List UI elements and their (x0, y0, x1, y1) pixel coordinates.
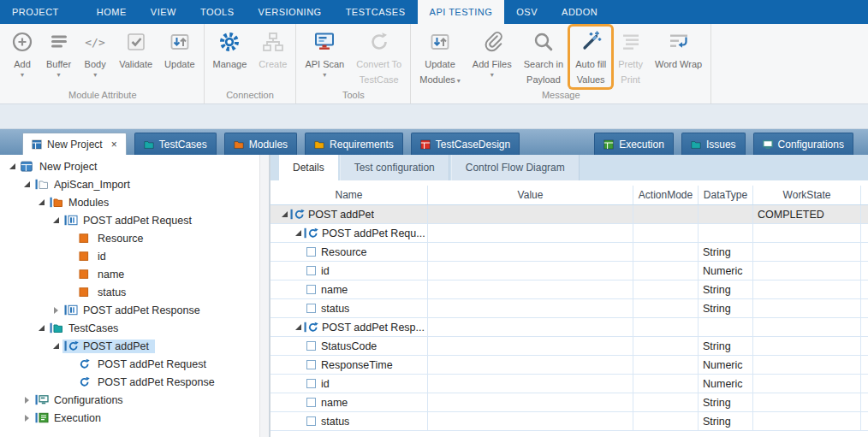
tree-item-new-project[interactable]: New Project (0, 157, 259, 175)
value-cell[interactable] (428, 243, 633, 261)
api-scan-button[interactable]: API Scan▾ (300, 27, 349, 79)
add-button[interactable]: Add▾ (5, 27, 39, 79)
details-tab-test-configuration[interactable]: Test configuration (340, 155, 449, 180)
datatype-cell[interactable]: String (699, 243, 753, 261)
expand-expander-icon[interactable] (21, 394, 33, 405)
menu-tab-project[interactable]: PROJECT (0, 0, 71, 24)
value-cell[interactable] (428, 356, 633, 374)
add-files-button[interactable]: Add Files▾ (467, 27, 517, 79)
body-button[interactable]: </>Body▾ (78, 27, 112, 79)
document-tab-issues[interactable]: Issues (681, 133, 746, 155)
datatype-cell[interactable]: String (699, 281, 753, 298)
table-row-resource[interactable]: ResourceString (271, 243, 868, 262)
value-cell[interactable] (428, 337, 633, 355)
create-button[interactable]: Create (253, 27, 292, 72)
tree-item-configurations[interactable]: Configurations (0, 391, 259, 409)
column-header-actionmode[interactable]: ActionMode (633, 186, 699, 204)
row-checkbox[interactable] (306, 304, 316, 313)
manage-button[interactable]: Manage (208, 27, 253, 72)
search-in-payload-button[interactable]: Search in Payload (519, 27, 568, 87)
datatype-cell[interactable]: String (699, 337, 753, 355)
document-tab-modules[interactable]: Modules (224, 133, 297, 155)
tree-item-content[interactable]: New Project (19, 160, 103, 174)
value-cell[interactable] (428, 281, 633, 298)
actionmode-cell[interactable] (633, 281, 699, 298)
value-cell[interactable] (428, 205, 633, 223)
tree-item-status[interactable]: status (0, 283, 259, 301)
collapse-expander-icon[interactable] (279, 209, 290, 220)
value-cell[interactable] (428, 375, 633, 393)
row-checkbox[interactable] (306, 247, 316, 257)
actionmode-cell[interactable] (633, 318, 699, 336)
close-tab-icon[interactable]: × (111, 139, 117, 150)
tree-item-content[interactable]: Execution (33, 411, 107, 425)
menu-tab-home[interactable]: HOME (85, 0, 139, 24)
actionmode-cell[interactable] (633, 356, 699, 374)
actionmode-cell[interactable] (633, 393, 699, 411)
row-checkbox[interactable] (306, 360, 316, 369)
row-checkbox[interactable] (306, 379, 316, 388)
actionmode-cell[interactable] (633, 243, 699, 261)
tree-item-content[interactable]: POST addPet Request (62, 214, 198, 227)
tree-item-id[interactable]: id (0, 247, 259, 265)
tree-item-content[interactable]: ApiScan_Import (33, 178, 136, 192)
datatype-cell[interactable]: Numeric (699, 375, 753, 393)
actionmode-cell[interactable] (633, 375, 699, 393)
menu-tab-osv[interactable]: OSV (504, 0, 550, 24)
pretty-print-button[interactable]: Pretty Print (613, 27, 648, 87)
tree-item-post-addpet-response[interactable]: POST addPet Response (0, 373, 259, 391)
tree-item-post-addpet-request[interactable]: POST addPet Request (0, 211, 259, 229)
table-row-name[interactable]: nameString (271, 393, 868, 412)
tree-scrollbar[interactable] (259, 155, 269, 437)
collapse-expander-icon[interactable] (293, 227, 304, 239)
tree-item-post-addpet[interactable]: POST addPet (0, 337, 259, 355)
tree-item-content[interactable]: name (77, 268, 130, 281)
tree-item-name[interactable]: name (0, 265, 259, 283)
document-tab-requirements[interactable]: Requirements (305, 133, 403, 155)
datatype-cell[interactable] (699, 318, 753, 336)
column-header-name[interactable]: Name (271, 186, 428, 204)
collapse-expander-icon[interactable] (36, 197, 47, 208)
tree-item-post-addpet-request[interactable]: POST addPet Request (0, 355, 259, 373)
collapse-expander-icon[interactable] (51, 340, 62, 351)
convert-to-testcase-button[interactable]: Convert To TestCase (351, 27, 407, 87)
table-row-status[interactable]: statusString (271, 299, 868, 318)
tree-item-content[interactable]: POST addPet Response (62, 304, 206, 317)
tree-item-content[interactable]: Modules (48, 196, 115, 210)
menu-tab-tools[interactable]: TOOLS (188, 0, 247, 24)
table-row-post-addpet-requ[interactable]: POST addPet Requ... (271, 224, 868, 243)
actionmode-cell[interactable] (633, 299, 699, 317)
tree-item-content[interactable]: POST addPet (62, 340, 155, 353)
collapse-expander-icon[interactable] (51, 215, 62, 226)
row-checkbox[interactable] (306, 285, 316, 294)
tree-item-modules[interactable]: Modules (0, 193, 259, 211)
value-cell[interactable] (428, 224, 633, 242)
tree-item-content[interactable]: Resource (77, 232, 150, 245)
value-cell[interactable] (428, 299, 633, 317)
document-tab-new-project[interactable]: New Project× (22, 133, 127, 155)
row-checkbox[interactable] (306, 266, 316, 275)
word-wrap-button[interactable]: Word Wrap (650, 27, 707, 72)
datatype-cell[interactable]: String (699, 412, 753, 430)
table-row-id[interactable]: idNumeric (271, 375, 868, 393)
tree-item-content[interactable]: POST addPet Response (77, 375, 221, 389)
collapse-expander-icon[interactable] (293, 322, 304, 333)
actionmode-cell[interactable] (633, 262, 699, 280)
auto-fill-values-button[interactable]: Auto fill Values (570, 27, 611, 87)
validate-button[interactable]: Validate (114, 27, 158, 72)
document-tab-testcases[interactable]: TestCases (134, 133, 217, 155)
menu-tab-api-testing[interactable]: API TESTING (418, 0, 505, 24)
document-tab-testcasedesign[interactable]: TestCaseDesign (411, 133, 520, 155)
update-button[interactable]: Update (159, 27, 199, 72)
datatype-cell[interactable] (699, 224, 753, 242)
value-cell[interactable] (428, 393, 633, 411)
menu-tab-versioning[interactable]: VERSIONING (247, 0, 334, 24)
table-row-responsetime[interactable]: ResponseTimeNumeric (271, 356, 868, 375)
table-row-name[interactable]: nameString (271, 281, 868, 299)
datatype-cell[interactable]: Numeric (699, 262, 753, 280)
row-checkbox[interactable] (306, 416, 316, 426)
actionmode-cell[interactable] (633, 337, 699, 355)
value-cell[interactable] (428, 262, 633, 280)
actionmode-cell[interactable] (633, 205, 699, 223)
document-tab-execution[interactable]: Execution (594, 133, 674, 155)
